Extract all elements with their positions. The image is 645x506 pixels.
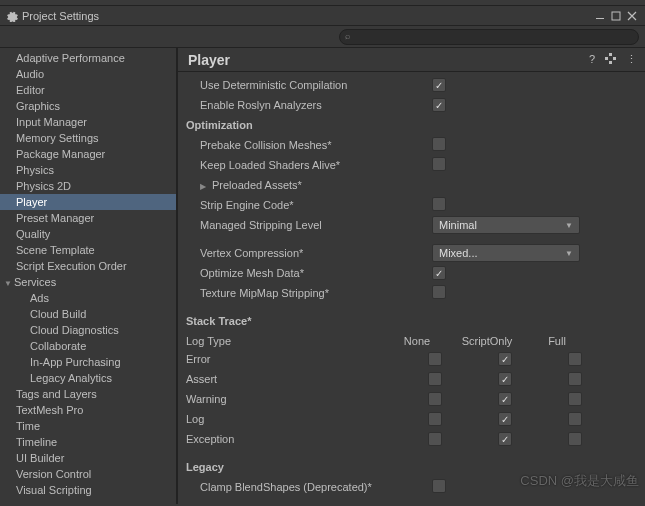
trace-0-0-checkbox[interactable] [428, 352, 442, 366]
minimize-icon[interactable] [593, 9, 607, 23]
trace-2-2-checkbox[interactable] [568, 392, 582, 406]
stripping-label: Managed Stripping Level [182, 219, 432, 231]
trace-0-1-checkbox[interactable]: ✓ [498, 352, 512, 366]
sidebar-item-label: UI Builder [16, 452, 64, 464]
sidebar-item-tags-and-layers[interactable]: Tags and Layers [0, 386, 176, 402]
sidebar-item-label: Collaborate [30, 340, 86, 352]
trace-row-label: Error [182, 353, 400, 365]
sidebar-item-time[interactable]: Time [0, 418, 176, 434]
search-input[interactable] [339, 29, 639, 45]
chevron-down-icon: ▼ [565, 249, 573, 258]
sidebar-item-input-manager[interactable]: Input Manager [0, 114, 176, 130]
trace-3-2-checkbox[interactable] [568, 412, 582, 426]
sidebar-item-label: Physics [16, 164, 54, 176]
sidebar-item-player[interactable]: Player [0, 194, 176, 210]
trace-4-1-checkbox[interactable]: ✓ [498, 432, 512, 446]
sidebar-item-audio[interactable]: Audio [0, 66, 176, 82]
roslyn-label: Enable Roslyn Analyzers [182, 99, 432, 111]
menu-icon[interactable]: ⋮ [626, 53, 637, 66]
trace-4-0-checkbox[interactable] [428, 432, 442, 446]
trace-2-1-checkbox[interactable]: ✓ [498, 392, 512, 406]
mipmap-checkbox[interactable] [432, 285, 446, 299]
preset-icon[interactable] [605, 53, 616, 66]
optimize-mesh-checkbox[interactable]: ✓ [432, 266, 446, 280]
svg-rect-3 [605, 57, 608, 60]
trace-row: Warning✓ [182, 390, 635, 408]
strip-engine-label: Strip Engine Code* [182, 199, 432, 211]
svg-rect-0 [596, 18, 604, 19]
sidebar-item-label: Ads [30, 292, 49, 304]
sidebar-item-label: Timeline [16, 436, 57, 448]
strip-engine-checkbox[interactable] [432, 197, 446, 211]
sidebar-item-label: Physics 2D [16, 180, 71, 192]
deterministic-checkbox[interactable]: ✓ [432, 78, 446, 92]
sidebar-item-label: Player [16, 196, 47, 208]
sidebar-item-package-manager[interactable]: Package Manager [0, 146, 176, 162]
sidebar-item-version-control[interactable]: Version Control [0, 466, 176, 482]
player-settings-panel[interactable]: Use Deterministic Compilation✓Enable Ros… [178, 72, 645, 504]
trace-row: Error✓ [182, 350, 635, 368]
trace-2-0-checkbox[interactable] [428, 392, 442, 406]
sidebar-item-adaptive-performance[interactable]: Adaptive Performance [0, 50, 176, 66]
sidebar-item-script-execution-order[interactable]: Script Execution Order [0, 258, 176, 274]
sidebar-item-label: Scene Template [16, 244, 95, 256]
prebake-label: Prebake Collision Meshes* [182, 139, 432, 151]
keep-shaders-checkbox[interactable] [432, 157, 446, 171]
sidebar-item-legacy-analytics[interactable]: Legacy Analytics [0, 370, 176, 386]
sidebar-item-label: Input Manager [16, 116, 87, 128]
sidebar-item-textmesh-pro[interactable]: TextMesh Pro [0, 402, 176, 418]
vertex-compression-dropdown[interactable]: Mixed...▼ [432, 244, 580, 262]
legacy-header: Legacy [182, 461, 432, 473]
trace-3-1-checkbox[interactable]: ✓ [498, 412, 512, 426]
sidebar-item-label: Memory Settings [16, 132, 99, 144]
sidebar-item-timeline[interactable]: Timeline [0, 434, 176, 450]
trace-4-2-checkbox[interactable] [568, 432, 582, 446]
sidebar-item-label: Tags and Layers [16, 388, 97, 400]
sidebar-item-ads[interactable]: Ads [0, 290, 176, 306]
chevron-right-icon[interactable]: ▶ [200, 182, 210, 191]
sidebar-item-cloud-build[interactable]: Cloud Build [0, 306, 176, 322]
trace-1-1-checkbox[interactable]: ✓ [498, 372, 512, 386]
sidebar-item-visual-scripting[interactable]: Visual Scripting [0, 482, 176, 498]
sidebar-item-memory-settings[interactable]: Memory Settings [0, 130, 176, 146]
sidebar-item-preset-manager[interactable]: Preset Manager [0, 210, 176, 226]
sidebar-item-cloud-diagnostics[interactable]: Cloud Diagnostics [0, 322, 176, 338]
sidebar-item-physics[interactable]: Physics [0, 162, 176, 178]
trace-row: Assert✓ [182, 370, 635, 388]
sidebar-item-label: Legacy Analytics [30, 372, 112, 384]
svg-rect-2 [609, 53, 612, 56]
trace-0-2-checkbox[interactable] [568, 352, 582, 366]
sidebar-item-scene-template[interactable]: Scene Template [0, 242, 176, 258]
keep-shaders-label: Keep Loaded Shaders Alive* [182, 159, 432, 171]
sidebar-item-in-app-purchasing[interactable]: In-App Purchasing [0, 354, 176, 370]
gear-icon [6, 10, 18, 22]
mipmap-label: Texture MipMap Stripping* [182, 287, 432, 299]
sidebar-item-editor[interactable]: Editor [0, 82, 176, 98]
sidebar-item-collaborate[interactable]: Collaborate [0, 338, 176, 354]
sidebar-item-ui-builder[interactable]: UI Builder [0, 450, 176, 466]
trace-3-0-checkbox[interactable] [428, 412, 442, 426]
close-icon[interactable] [625, 9, 639, 23]
sidebar-item-services[interactable]: ▼Services [0, 274, 176, 290]
prebake-checkbox[interactable] [432, 137, 446, 151]
roslyn-checkbox[interactable]: ✓ [432, 98, 446, 112]
sidebar-item-quality[interactable]: Quality [0, 226, 176, 242]
trace-row: Exception✓ [182, 430, 635, 448]
window-title-bar: Project Settings [0, 6, 645, 26]
sidebar-item-graphics[interactable]: Graphics [0, 98, 176, 114]
trace-1-0-checkbox[interactable] [428, 372, 442, 386]
trace-1-2-checkbox[interactable] [568, 372, 582, 386]
settings-sidebar[interactable]: Adaptive PerformanceAudioEditorGraphicsI… [0, 48, 178, 504]
clamp-blendshapes-checkbox[interactable] [432, 479, 446, 493]
deterministic-label: Use Deterministic Compilation [182, 79, 432, 91]
sidebar-item-physics-2d[interactable]: Physics 2D [0, 178, 176, 194]
sidebar-item-label: Audio [16, 68, 44, 80]
page-title: Player [188, 52, 589, 68]
sidebar-item-label: Visual Scripting [16, 484, 92, 496]
help-icon[interactable]: ? [589, 53, 595, 66]
stripping-dropdown[interactable]: Minimal▼ [432, 216, 580, 234]
maximize-icon[interactable] [609, 9, 623, 23]
sidebar-item-label: Script Execution Order [16, 260, 127, 272]
vertex-compression-label: Vertex Compression* [182, 247, 432, 259]
sidebar-item-label: Cloud Build [30, 308, 86, 320]
